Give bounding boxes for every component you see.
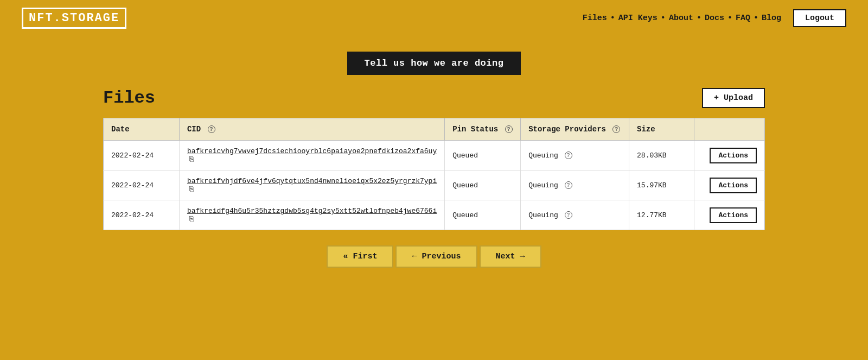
cell-actions-2: Actions xyxy=(694,200,764,230)
cell-storage-2: Queuing ? xyxy=(521,200,629,230)
nav-sep-1: • xyxy=(610,14,615,23)
cell-size-1: 15.97KB xyxy=(629,170,694,200)
nav-sep-2: • xyxy=(661,14,666,23)
cell-pin-0: Queued xyxy=(445,141,521,170)
pagination: « First ← Previous Next → xyxy=(103,245,765,268)
banner-area: Tell us how we are doing xyxy=(0,52,868,75)
nav-sep-3: • xyxy=(697,14,701,23)
feedback-button[interactable]: Tell us how we are doing xyxy=(347,52,521,75)
files-table: Date CID ? Pin Status ? Storage Provider… xyxy=(103,118,765,230)
cell-actions-0: Actions xyxy=(694,141,764,170)
actions-button-1[interactable]: Actions xyxy=(710,178,757,193)
nav-link-docs[interactable]: Docs xyxy=(705,14,724,23)
first-button[interactable]: « First xyxy=(327,245,393,268)
queuing-info-icon-1[interactable]: ? xyxy=(565,181,572,189)
header-pin-status: Pin Status ? xyxy=(445,118,521,141)
table-header-row: Date CID ? Pin Status ? Storage Provider… xyxy=(104,118,765,141)
cid-link-2[interactable]: bafkreidfg4h6u5r35hztzgdwb5sg4tg2sy5xtt5… xyxy=(187,207,437,215)
storage-info-icon[interactable]: ? xyxy=(612,125,620,133)
cell-date-0: 2022-02-24 xyxy=(104,141,180,170)
cell-cid-1: bafkreifvhjdf6ve4jfv6qytqtux5nd4nwnelioe… xyxy=(179,170,444,200)
cell-storage-1: Queuing ? xyxy=(521,170,629,200)
cell-actions-1: Actions xyxy=(694,170,764,200)
table-row: 2022-02-24 bafkreidfg4h6u5r35hztzgdwb5sg… xyxy=(104,200,765,230)
next-button[interactable]: Next → xyxy=(480,245,541,268)
actions-button-0[interactable]: Actions xyxy=(710,148,757,163)
nav-sep-5: • xyxy=(754,14,758,23)
nav-link-api-keys[interactable]: API Keys xyxy=(618,14,658,23)
cell-cid-2: bafkreidfg4h6u5r35hztzgdwb5sg4tg2sy5xtt5… xyxy=(179,200,444,230)
cid-copy-icon-0[interactable]: ⎘ xyxy=(189,155,194,163)
header-storage-providers: Storage Providers ? xyxy=(521,118,629,141)
main-content: Files + Upload Date CID ? Pin Status ? S… xyxy=(0,88,868,268)
header-cid: CID ? xyxy=(179,118,444,141)
cell-size-0: 28.03KB xyxy=(629,141,694,170)
cell-date-1: 2022-02-24 xyxy=(104,170,180,200)
logout-button[interactable]: Logout xyxy=(793,9,846,27)
cell-size-2: 12.77KB xyxy=(629,200,694,230)
nav-link-files[interactable]: Files xyxy=(583,14,607,23)
cid-info-icon[interactable]: ? xyxy=(208,125,215,133)
previous-button[interactable]: ← Previous xyxy=(395,245,477,268)
cell-cid-0: bafkreicvhg7vwvej7dcsiechiooyrblc6paiayo… xyxy=(179,141,444,170)
files-title: Files xyxy=(103,88,155,108)
queuing-info-icon-0[interactable]: ? xyxy=(565,151,572,159)
actions-button-2[interactable]: Actions xyxy=(710,207,757,223)
nav-sep-4: • xyxy=(727,14,732,23)
nav: Files • API Keys • About • Docs • FAQ • … xyxy=(583,9,846,27)
header-actions xyxy=(694,118,764,141)
cid-copy-icon-2[interactable]: ⎘ xyxy=(189,215,194,223)
pin-status-info-icon[interactable]: ? xyxy=(505,125,513,133)
nav-link-blog[interactable]: Blog xyxy=(762,14,781,23)
cid-link-1[interactable]: bafkreifvhjdf6ve4jfv6qytqtux5nd4nwnelioe… xyxy=(187,177,437,185)
nav-link-about[interactable]: About xyxy=(669,14,693,23)
upload-button[interactable]: + Upload xyxy=(702,88,765,108)
cell-pin-2: Queued xyxy=(445,200,521,230)
cid-link-0[interactable]: bafkreicvhg7vwvej7dcsiechiooyrblc6paiayo… xyxy=(187,147,437,155)
table-row: 2022-02-24 bafkreifvhjdf6ve4jfv6qytqtux5… xyxy=(104,170,765,200)
cell-storage-0: Queuing ? xyxy=(521,141,629,170)
cell-pin-1: Queued xyxy=(445,170,521,200)
header-date: Date xyxy=(104,118,180,141)
table-row: 2022-02-24 bafkreicvhg7vwvej7dcsiechiooy… xyxy=(104,141,765,170)
header-size: Size xyxy=(629,118,694,141)
nav-link-faq[interactable]: FAQ xyxy=(736,14,750,23)
queuing-info-icon-2[interactable]: ? xyxy=(565,211,572,219)
files-header: Files + Upload xyxy=(103,88,765,108)
cell-date-2: 2022-02-24 xyxy=(104,200,180,230)
logo: NFT.STORAGE xyxy=(22,8,126,29)
cid-copy-icon-1[interactable]: ⎘ xyxy=(189,185,194,193)
header: NFT.STORAGE Files • API Keys • About • D… xyxy=(0,0,868,36)
